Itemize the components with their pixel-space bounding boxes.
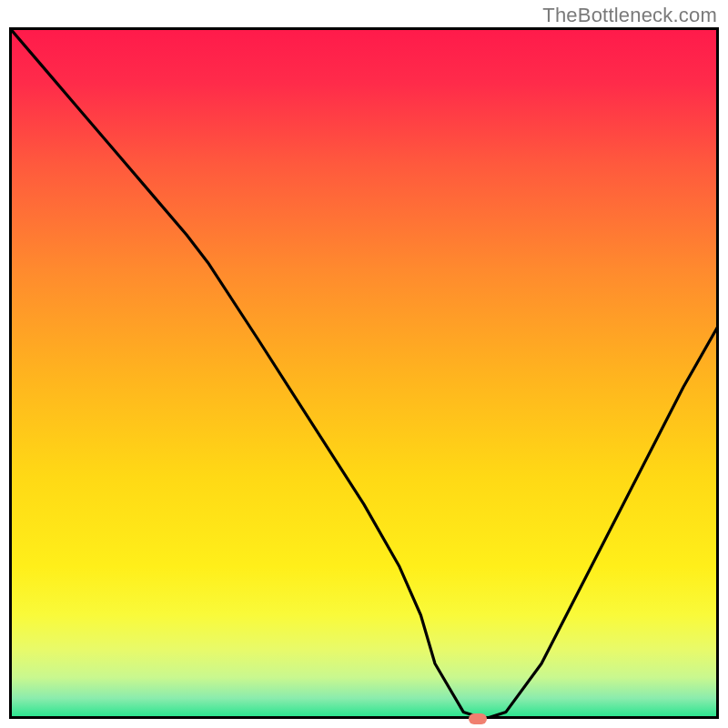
watermark-text: TheBottleneck.com xyxy=(542,4,717,27)
gradient-background xyxy=(9,27,719,719)
optimal-point-marker xyxy=(469,713,487,724)
chart-frame xyxy=(9,27,719,719)
bottleneck-chart xyxy=(9,27,719,719)
